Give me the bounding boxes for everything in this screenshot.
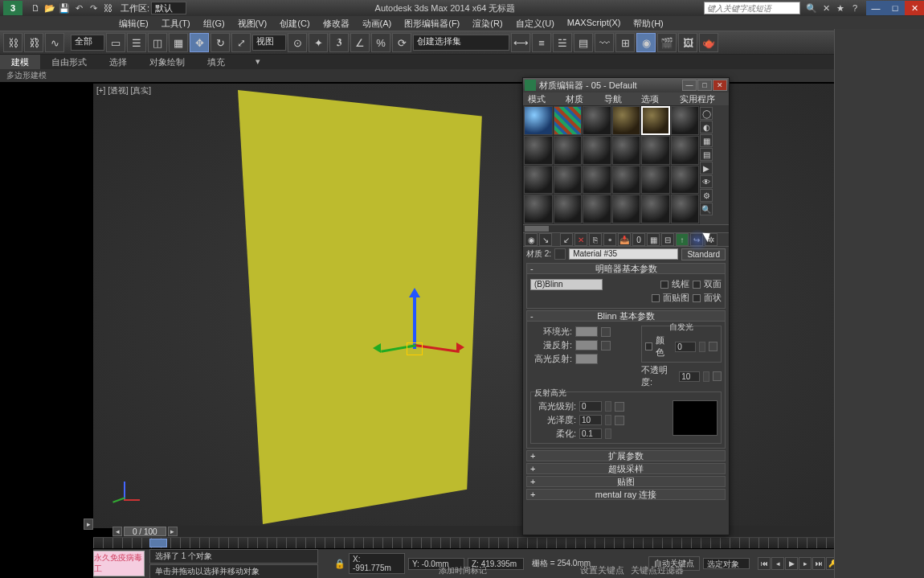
tab-selection[interactable]: 选择 bbox=[98, 55, 138, 69]
matmenu-navigation[interactable]: 导航(N) bbox=[599, 92, 637, 105]
sample-slot[interactable] bbox=[583, 166, 611, 195]
select-object-button[interactable]: ▭ bbox=[106, 33, 125, 52]
soften-spinner[interactable] bbox=[605, 428, 611, 439]
faceted-checkbox[interactable] bbox=[693, 294, 701, 302]
selfillum-color-checkbox[interactable] bbox=[645, 342, 652, 350]
menu-animation[interactable]: 动画(A) bbox=[356, 16, 399, 31]
select-name-button[interactable]: ☰ bbox=[127, 33, 146, 52]
selfillum-input[interactable]: 0 bbox=[675, 342, 696, 352]
make-copy-button[interactable]: ⎘ bbox=[589, 233, 602, 246]
select-region-button[interactable]: ◫ bbox=[148, 33, 167, 52]
tab-populate[interactable]: 填充 bbox=[196, 55, 236, 69]
script-listener-button[interactable]: 永久免疫病毒工 bbox=[93, 551, 145, 576]
sample-slot[interactable] bbox=[554, 166, 583, 195]
reset-button[interactable]: ✕ bbox=[574, 233, 587, 246]
menu-edit[interactable]: 编辑(E) bbox=[112, 16, 155, 31]
save-icon[interactable]: 💾 bbox=[58, 2, 71, 14]
eyedropper-icon[interactable] bbox=[554, 248, 566, 260]
sample-slot[interactable] bbox=[612, 136, 641, 165]
options-icon[interactable]: ⚙ bbox=[700, 189, 713, 202]
help-search-input[interactable] bbox=[704, 2, 800, 14]
command-panel[interactable] bbox=[834, 29, 924, 578]
menu-maxscript[interactable]: MAXScript(X) bbox=[561, 16, 628, 31]
scene-plane-object[interactable] bbox=[238, 90, 487, 524]
tab-objectpaint[interactable]: 对象绘制 bbox=[138, 55, 196, 69]
add-time-tag[interactable]: 添加时间标记 bbox=[439, 565, 487, 576]
lock-icon[interactable]: 🔒 bbox=[334, 559, 345, 569]
matid-button[interactable]: 0 bbox=[632, 233, 645, 246]
menu-views[interactable]: 视图(V) bbox=[231, 16, 274, 31]
redo-icon[interactable]: ↷ bbox=[87, 2, 100, 14]
next-frame-button[interactable]: ▸ bbox=[799, 557, 812, 570]
matmenu-material[interactable]: 材质(M) bbox=[561, 92, 599, 105]
sample-slot[interactable] bbox=[641, 166, 670, 195]
snap-toggle-button[interactable]: 𝟑 bbox=[329, 33, 349, 52]
sample-slot[interactable] bbox=[554, 106, 583, 135]
spinner-snap-button[interactable]: ⟳ bbox=[392, 33, 411, 52]
sample-slot[interactable] bbox=[554, 136, 583, 165]
facemap-checkbox[interactable] bbox=[652, 294, 660, 302]
ref-coord-combo[interactable]: 视图 bbox=[252, 35, 286, 51]
sample-slot[interactable] bbox=[524, 195, 553, 223]
sample-slot[interactable] bbox=[583, 195, 611, 223]
make-unique-button[interactable]: ⚬ bbox=[603, 233, 616, 246]
selfillum-map-button[interactable] bbox=[709, 342, 718, 351]
sample-slot[interactable] bbox=[671, 195, 700, 223]
selection-filter-combo[interactable]: 全部 bbox=[71, 35, 104, 51]
new-icon[interactable]: 🗋 bbox=[29, 2, 42, 14]
curve-editor-button[interactable]: 〰 bbox=[595, 33, 614, 52]
menu-customize[interactable]: 自定义(U) bbox=[509, 16, 561, 31]
mateditor-min-button[interactable]: — bbox=[682, 80, 697, 91]
wire-checkbox[interactable] bbox=[660, 281, 668, 289]
minimize-button[interactable]: — bbox=[866, 1, 885, 15]
setkey-button[interactable]: 设置关键点 bbox=[580, 564, 624, 576]
maximize-button[interactable]: □ bbox=[885, 1, 905, 15]
sample-slot[interactable] bbox=[583, 136, 611, 165]
material-editor-window[interactable]: 材质编辑器 - 05 - Default — □ ✕ 模式(D) 材质(M) 导… bbox=[522, 77, 730, 535]
undo-icon[interactable]: ↶ bbox=[72, 2, 85, 14]
opacity-map-button[interactable] bbox=[713, 371, 722, 381]
matmenu-utilities[interactable]: 实用程序(U) bbox=[675, 92, 729, 105]
angle-snap-button[interactable]: ∠ bbox=[350, 33, 370, 52]
mateditor-titlebar[interactable]: 材质编辑器 - 05 - Default — □ ✕ bbox=[523, 78, 729, 92]
soften-input[interactable]: 0.1 bbox=[579, 428, 602, 439]
sample-slot[interactable] bbox=[524, 136, 553, 165]
selectby-icon[interactable]: 🔍 bbox=[700, 203, 713, 215]
ribbon-pin-icon[interactable]: ▾ bbox=[244, 55, 272, 69]
material-editor-button[interactable]: ◉ bbox=[636, 33, 656, 52]
mateditor-close-button[interactable]: ✕ bbox=[713, 80, 727, 91]
show-in-vp-button[interactable]: ▦ bbox=[647, 233, 660, 246]
select-scale-button[interactable]: ⤢ bbox=[231, 33, 251, 52]
rollout-supersample-header[interactable]: +超级采样 bbox=[526, 463, 726, 474]
matmenu-modes[interactable]: 模式(D) bbox=[523, 92, 561, 105]
help-icon[interactable]: ? bbox=[848, 2, 861, 14]
schematic-button[interactable]: ⊞ bbox=[615, 33, 635, 52]
rollout-blinn-header[interactable]: -Blinn 基本参数 bbox=[526, 310, 726, 322]
show-end-button[interactable]: ⊟ bbox=[661, 233, 674, 246]
graphite-button[interactable]: ▤ bbox=[574, 33, 593, 52]
prev-frame-button[interactable]: ◂ bbox=[771, 557, 784, 570]
menu-grapheditors[interactable]: 图形编辑器(F) bbox=[398, 16, 466, 31]
sample-slot[interactable] bbox=[641, 136, 670, 165]
align-button[interactable]: ≡ bbox=[532, 33, 551, 52]
gloss-input[interactable]: 10 bbox=[579, 415, 602, 425]
menu-create[interactable]: 创建(C) bbox=[273, 16, 316, 31]
background-icon[interactable]: ▦ bbox=[700, 134, 713, 147]
viewport-expand-button[interactable]: ▸ bbox=[84, 519, 93, 530]
link-button[interactable]: ⛓ bbox=[3, 33, 22, 52]
play-button[interactable]: ▶ bbox=[785, 557, 798, 570]
speclevel-spinner[interactable] bbox=[605, 401, 611, 412]
sample-slot[interactable] bbox=[641, 195, 670, 223]
opacity-spinner[interactable] bbox=[703, 371, 709, 382]
select-move-button[interactable]: ✥ bbox=[190, 33, 209, 52]
sample-slot[interactable] bbox=[671, 136, 700, 165]
material-type-button[interactable]: Standard bbox=[681, 248, 726, 260]
viewport-label[interactable]: [+] [透视] [真实] bbox=[96, 85, 151, 96]
exchange-icon[interactable]: ✕ bbox=[820, 2, 832, 14]
backlight-icon[interactable]: ◐ bbox=[700, 121, 713, 133]
layer-button[interactable]: ☱ bbox=[553, 33, 572, 52]
rollout-shader-header[interactable]: -明暗器基本参数 bbox=[526, 263, 726, 274]
diffuse-map-button[interactable] bbox=[601, 341, 611, 350]
opacity-input[interactable]: 10 bbox=[679, 371, 700, 382]
coord-x-input[interactable]: X: -991.775m bbox=[349, 553, 405, 574]
